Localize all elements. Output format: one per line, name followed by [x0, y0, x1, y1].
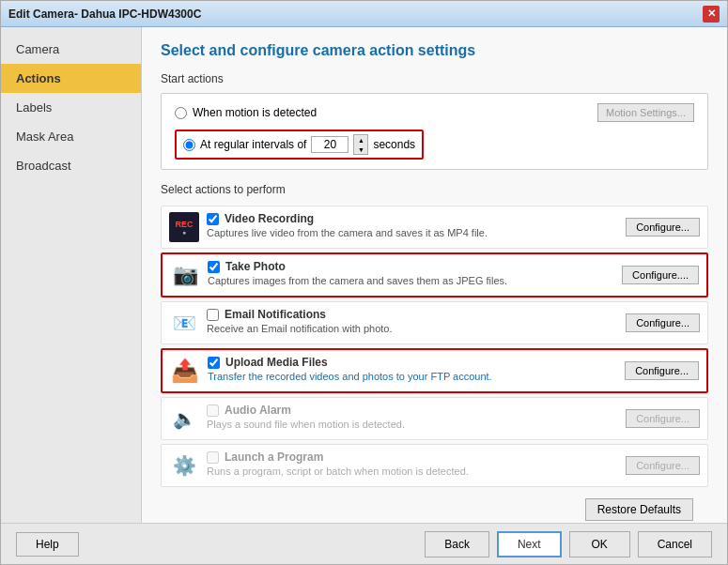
- email-icon: 📧: [173, 312, 196, 334]
- footer-right: Back Next OK Cancel: [425, 531, 712, 557]
- configure-upload-button[interactable]: Configure...: [625, 361, 699, 380]
- start-actions-box: When motion is detected Motion Settings.…: [161, 93, 708, 170]
- audio-name[interactable]: Audio Alarm: [225, 404, 291, 417]
- video-recording-name[interactable]: Video Recording: [225, 212, 314, 225]
- launch-checkbox[interactable]: [207, 451, 219, 464]
- action-details-launch: Launch a Program Runs a program, script …: [207, 450, 618, 477]
- help-button[interactable]: Help: [16, 532, 79, 557]
- action-item-take-photo: 📷 Take Photo Captures images from the ca…: [161, 252, 708, 298]
- action-item-upload: 📤 Upload Media Files Transfer the record…: [161, 348, 708, 393]
- action-item-audio: 🔈 Audio Alarm Plays a sound file when mo…: [161, 397, 708, 440]
- reco-icon: REC ●: [169, 212, 199, 242]
- interval-input[interactable]: [311, 136, 349, 153]
- upload-desc: Transfer the recorded videos and photos …: [208, 371, 617, 382]
- configure-video-button[interactable]: Configure...: [626, 218, 700, 237]
- action-header-upload: Upload Media Files: [208, 356, 617, 369]
- email-name[interactable]: Email Notifications: [225, 308, 326, 321]
- close-button[interactable]: ✕: [703, 6, 720, 23]
- action-details-audio: Audio Alarm Plays a sound file when moti…: [207, 404, 618, 430]
- audio-desc: Plays a sound file when motion is detect…: [207, 419, 618, 430]
- action-icon-video: REC ●: [169, 212, 199, 242]
- restore-defaults-button[interactable]: Restore Defaults: [585, 498, 693, 521]
- action-details-email: Email Notifications Receive an Email not…: [207, 308, 618, 334]
- main-content: Camera Actions Labels Mask Area Broadcas…: [1, 27, 727, 523]
- configure-photo-button[interactable]: Configure....: [622, 266, 699, 284]
- configure-launch-button[interactable]: Configure...: [626, 456, 700, 475]
- action-icon-email: 📧: [169, 308, 199, 338]
- configure-email-button[interactable]: Configure...: [626, 313, 700, 332]
- bottom-bar: Restore Defaults: [161, 491, 708, 523]
- configure-audio-button[interactable]: Configure...: [626, 409, 700, 428]
- action-item-launch: ⚙️ Launch a Program Runs a program, scri…: [161, 444, 708, 487]
- cancel-button[interactable]: Cancel: [638, 531, 712, 557]
- main-window: Edit Camera- Dahua IPC-HDW4300C ✕ Camera…: [0, 0, 728, 565]
- email-desc: Receive an Email notification with photo…: [207, 323, 618, 334]
- motion-radio-label[interactable]: When motion is detected: [193, 106, 317, 119]
- sidebar-item-labels[interactable]: Labels: [1, 93, 141, 122]
- sidebar-item-mask-area[interactable]: Mask Area: [1, 122, 141, 151]
- interval-row-outer: At regular intervals of ▲ ▼ seconds: [175, 130, 694, 160]
- footer-left: Help: [16, 532, 79, 557]
- interval-spinner: ▲ ▼: [353, 134, 368, 155]
- action-header-audio: Audio Alarm: [207, 404, 618, 417]
- audio-icon: 🔈: [173, 407, 196, 430]
- take-photo-name[interactable]: Take Photo: [225, 260, 286, 273]
- launch-name[interactable]: Launch a Program: [225, 450, 323, 464]
- content-area: Select and configure camera action setti…: [142, 27, 727, 523]
- next-button[interactable]: Next: [497, 531, 562, 557]
- page-title: Select and configure camera action setti…: [161, 42, 708, 59]
- sidebar-item-camera[interactable]: Camera: [1, 35, 141, 64]
- motion-radio-row: When motion is detected Motion Settings.…: [175, 103, 694, 122]
- video-recording-checkbox[interactable]: [207, 213, 219, 225]
- sidebar: Camera Actions Labels Mask Area Broadcas…: [1, 27, 142, 523]
- start-actions-label: Start actions: [161, 72, 708, 85]
- action-icon-launch: ⚙️: [169, 450, 199, 481]
- action-details-photo: Take Photo Captures images from the came…: [208, 260, 614, 286]
- select-actions-label: Select actions to perform: [161, 183, 708, 196]
- launch-desc: Runs a program, script or batch when mot…: [207, 466, 618, 477]
- photo-icon: 📷: [173, 263, 198, 287]
- action-header-launch: Launch a Program: [207, 450, 618, 464]
- motion-radio[interactable]: [175, 107, 187, 119]
- interval-unit-label: seconds: [373, 138, 415, 151]
- footer: Help Back Next OK Cancel: [1, 523, 727, 564]
- take-photo-desc: Captures images from the camera and save…: [208, 275, 614, 286]
- launch-icon: ⚙️: [173, 454, 196, 477]
- video-recording-desc: Captures live video from the camera and …: [207, 227, 618, 238]
- audio-checkbox[interactable]: [207, 405, 219, 417]
- upload-icon: 📤: [171, 358, 199, 384]
- interval-radio[interactable]: [183, 139, 195, 151]
- action-icon-photo: 📷: [170, 260, 200, 290]
- back-button[interactable]: Back: [425, 531, 489, 557]
- action-item-video-recording: REC ● Video Recording Captures live vide…: [161, 206, 708, 249]
- take-photo-checkbox[interactable]: [208, 261, 220, 273]
- sidebar-item-actions[interactable]: Actions: [1, 64, 141, 93]
- action-item-email: 📧 Email Notifications Receive an Email n…: [161, 301, 708, 344]
- upload-name[interactable]: Upload Media Files: [225, 356, 328, 369]
- window-title: Edit Camera- Dahua IPC-HDW4300C: [8, 8, 201, 21]
- ok-button[interactable]: OK: [569, 531, 630, 557]
- action-header-video: Video Recording: [207, 212, 618, 225]
- action-icon-upload: 📤: [170, 356, 200, 386]
- upload-checkbox[interactable]: [208, 357, 220, 369]
- titlebar: Edit Camera- Dahua IPC-HDW4300C ✕: [1, 1, 727, 27]
- motion-settings-button[interactable]: Motion Settings...: [597, 103, 694, 122]
- spinner-down[interactable]: ▼: [354, 145, 367, 154]
- spinner-up[interactable]: ▲: [354, 135, 367, 145]
- action-details-video: Video Recording Captures live video from…: [207, 212, 618, 238]
- action-details-upload: Upload Media Files Transfer the recorded…: [208, 356, 617, 382]
- action-header-photo: Take Photo: [208, 260, 614, 273]
- email-checkbox[interactable]: [207, 309, 219, 321]
- sidebar-item-broadcast[interactable]: Broadcast: [1, 151, 141, 180]
- action-icon-audio: 🔈: [169, 404, 199, 434]
- interval-border-box: At regular intervals of ▲ ▼ seconds: [175, 130, 424, 160]
- action-header-email: Email Notifications: [207, 308, 618, 321]
- interval-radio-label[interactable]: At regular intervals of: [200, 138, 306, 151]
